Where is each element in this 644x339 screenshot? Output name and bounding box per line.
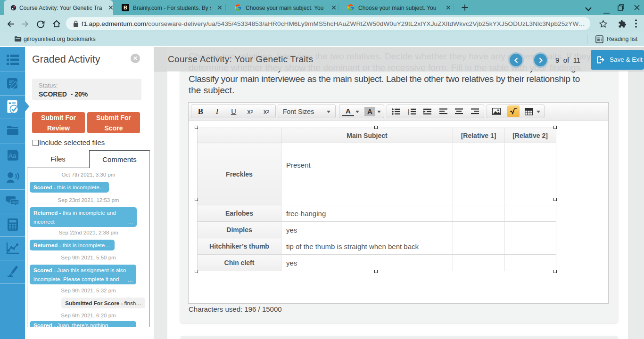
svg-text:Aa: Aa [8, 152, 16, 159]
svg-text:Hola: Hola [11, 201, 18, 204]
svg-text:B: B [124, 5, 127, 10]
svg-text:3: 3 [408, 113, 409, 115]
